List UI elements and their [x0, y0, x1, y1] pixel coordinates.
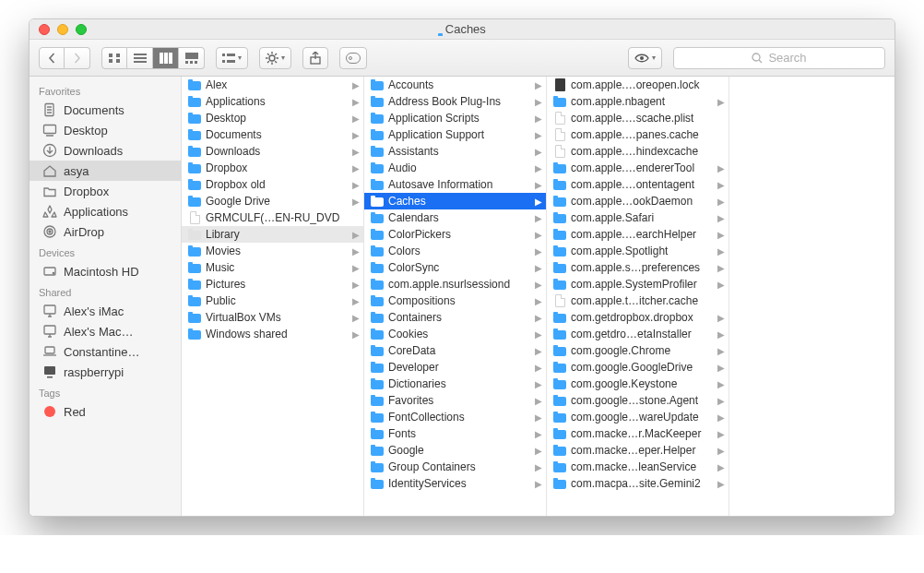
quicklook-button[interactable]: ▾ [628, 47, 662, 69]
file-row[interactable]: Containers▶ [364, 309, 546, 326]
file-row[interactable]: Google Drive▶ [182, 193, 363, 209]
file-row[interactable]: com.google…stone.Agent▶ [547, 392, 729, 409]
sidebar-item[interactable]: asya [30, 161, 181, 181]
file-row[interactable]: Favorites▶ [364, 392, 546, 409]
apps-icon [42, 204, 57, 219]
file-name: Accounts [388, 78, 533, 91]
file-row[interactable]: Downloads▶ [182, 143, 363, 160]
search-input[interactable]: Search [673, 47, 885, 69]
file-row[interactable]: IdentityServices▶ [364, 475, 546, 492]
file-row[interactable]: Address Book Plug-Ins▶ [364, 93, 546, 110]
file-row[interactable]: GRMCULF(…EN-RU_DVD [182, 209, 363, 226]
file-row[interactable]: Developer▶ [364, 359, 546, 376]
file-row[interactable]: com.apple.nsurlsessiond▶ [364, 276, 546, 292]
file-row[interactable]: Windows shared▶ [182, 326, 363, 342]
file-row[interactable]: com.apple.…oreopen.lock [547, 77, 729, 93]
sidebar-item[interactable]: Desktop [30, 120, 181, 140]
disclosure-arrow-icon: ▶ [350, 329, 360, 340]
file-row[interactable]: ColorSync▶ [364, 259, 546, 276]
file-row[interactable]: Library▶ [182, 226, 363, 243]
file-row[interactable]: Movies▶ [182, 243, 363, 259]
file-row[interactable]: com.apple…ookDaemon▶ [547, 193, 729, 209]
file-row[interactable]: com.getdropbox.dropbox▶ [547, 309, 729, 326]
file-row[interactable]: Applications▶ [182, 93, 363, 110]
svg-rect-0 [109, 54, 113, 57]
file-row[interactable]: Autosave Information▶ [364, 176, 546, 193]
sidebar-item[interactable]: Dropbox [30, 181, 181, 201]
file-row[interactable]: com.apple.t…itcher.cache [547, 292, 729, 309]
disclosure-arrow-icon: ▶ [533, 130, 542, 140]
file-row[interactable]: VirtualBox VMs▶ [182, 309, 363, 326]
titlebar: Caches [30, 19, 894, 40]
file-row[interactable]: Application Support▶ [364, 126, 546, 143]
back-button[interactable] [39, 47, 65, 69]
file-row[interactable]: com.macke…r.MacKeeper▶ [547, 425, 729, 442]
share-button[interactable] [302, 47, 328, 69]
file-row[interactable]: com.apple.nbagent▶ [547, 93, 729, 110]
view-icons-button[interactable] [101, 47, 127, 69]
file-row[interactable]: com.google…wareUpdate▶ [547, 409, 729, 425]
file-row[interactable]: Documents▶ [182, 126, 363, 143]
arrange-button[interactable]: ▾ [216, 47, 248, 69]
forward-button[interactable] [65, 47, 90, 69]
file-row[interactable]: Audio▶ [364, 160, 546, 176]
sidebar-item[interactable]: Constantine… [30, 341, 181, 362]
file-row[interactable]: com.getdro…etaInstaller▶ [547, 326, 729, 342]
sidebar-item[interactable]: Downloads [30, 140, 181, 161]
file-row[interactable]: com.google.Keystone▶ [547, 376, 729, 392]
sidebar-item[interactable]: Alex's Mac… [30, 321, 181, 341]
file-row[interactable]: CoreData▶ [364, 342, 546, 359]
sidebar-item[interactable]: Macintosh HD [30, 261, 181, 281]
file-row[interactable]: Group Containers▶ [364, 459, 546, 475]
view-gallery-button[interactable] [179, 47, 205, 69]
file-row[interactable]: Application Scripts▶ [364, 110, 546, 126]
tags-button[interactable] [339, 47, 367, 69]
file-row[interactable]: com.apple.SystemProfiler▶ [547, 276, 729, 292]
file-row[interactable]: Alex▶ [182, 77, 363, 93]
file-row[interactable]: Fonts▶ [364, 425, 546, 442]
file-row[interactable]: com.apple.…ontentagent▶ [547, 176, 729, 193]
file-row[interactable]: Calendars▶ [364, 209, 546, 226]
file-row[interactable]: Compositions▶ [364, 292, 546, 309]
file-row[interactable]: FontCollections▶ [364, 409, 546, 425]
file-row[interactable]: com.apple.…earchHelper▶ [547, 226, 729, 243]
file-row[interactable]: com.macke…eper.Helper▶ [547, 442, 729, 459]
file-row[interactable]: com.apple.…endererTool▶ [547, 160, 729, 176]
sidebar-item[interactable]: raspberrypi [30, 362, 181, 382]
file-row[interactable]: com.apple.…panes.cache [547, 126, 729, 143]
sidebar-item[interactable]: Applications [30, 201, 181, 221]
file-row[interactable]: com.apple.s…preferences▶ [547, 259, 729, 276]
file-row[interactable]: Assistants▶ [364, 143, 546, 160]
file-row[interactable]: com.macpa…site.Gemini2▶ [547, 475, 729, 492]
sidebar-item[interactable]: AirDrop [30, 221, 181, 242]
monitor-icon [42, 364, 57, 379]
file-row[interactable]: Pictures▶ [182, 276, 363, 292]
file-row[interactable]: com.apple.…scache.plist [547, 110, 729, 126]
file-row[interactable]: com.google.Chrome▶ [547, 342, 729, 359]
file-row[interactable]: com.apple.Spotlight▶ [547, 243, 729, 259]
action-button[interactable]: ▾ [259, 47, 291, 69]
file-row[interactable]: Dictionaries▶ [364, 376, 546, 392]
sidebar-item[interactable]: Red [30, 401, 181, 422]
folder-icon [552, 343, 567, 358]
disclosure-arrow-icon: ▶ [533, 479, 542, 489]
sidebar-item[interactable]: Documents [30, 100, 181, 120]
file-row[interactable]: Google▶ [364, 442, 546, 459]
file-row[interactable]: Desktop▶ [182, 110, 363, 126]
file-row[interactable]: Cookies▶ [364, 326, 546, 342]
view-columns-button[interactable] [153, 47, 179, 69]
file-row[interactable]: com.google.GoogleDrive▶ [547, 359, 729, 376]
sidebar-item[interactable]: Alex's iMac [30, 301, 181, 321]
file-row[interactable]: Dropbox▶ [182, 160, 363, 176]
file-row[interactable]: com.macke…leanService▶ [547, 459, 729, 475]
file-row[interactable]: Public▶ [182, 292, 363, 309]
file-row[interactable]: com.apple.…hindexcache [547, 143, 729, 160]
file-row[interactable]: Colors▶ [364, 243, 546, 259]
file-row[interactable]: com.apple.Safari▶ [547, 209, 729, 226]
file-row[interactable]: Music▶ [182, 259, 363, 276]
view-list-button[interactable] [127, 47, 153, 69]
file-row[interactable]: Dropbox old▶ [182, 176, 363, 193]
file-row[interactable]: ColorPickers▶ [364, 226, 546, 243]
file-row[interactable]: Caches▶ [364, 193, 546, 209]
file-row[interactable]: Accounts▶ [364, 77, 546, 93]
